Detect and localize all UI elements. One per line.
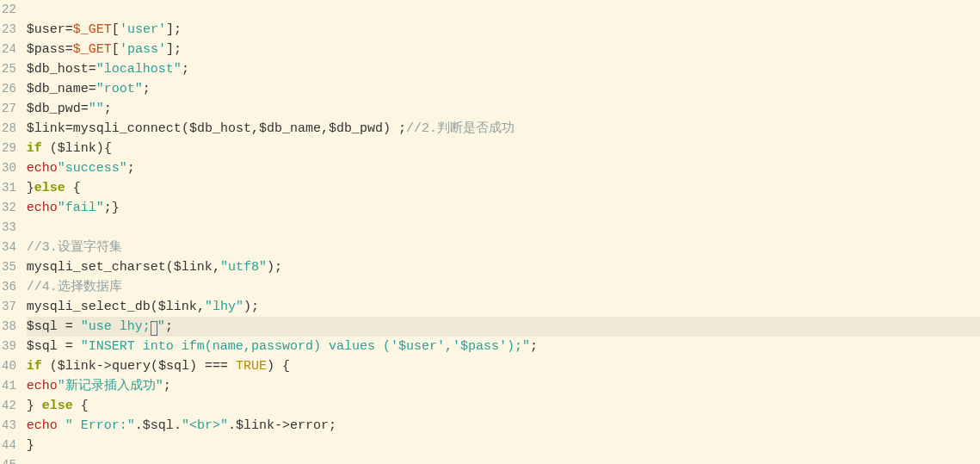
code-token: [ — [112, 22, 120, 37]
code-token: $_GET — [73, 22, 112, 37]
code-line[interactable]: $user=$_GET['user']; — [27, 20, 980, 40]
code-line[interactable]: mysqli_select_db($link,"lhy"); — [27, 297, 980, 317]
code-token: ) — [96, 141, 104, 156]
code-line[interactable]: if ($link){ — [27, 139, 980, 158]
code-token: } — [112, 201, 120, 215]
text-cursor — [151, 321, 157, 336]
line-number: 37 — [2, 297, 16, 317]
code-line[interactable]: $sql = "use lhy;"; — [27, 317, 980, 337]
code-token: //4.选择数据库 — [27, 280, 122, 294]
line-number: 36 — [2, 277, 16, 297]
code-token: ( — [151, 300, 158, 314]
code-token: $db_name — [27, 82, 89, 96]
code-line[interactable] — [27, 218, 980, 238]
code-token: "root" — [96, 82, 143, 96]
code-token: , — [321, 121, 329, 136]
code-token: 'user' — [120, 22, 166, 37]
code-token: = — [81, 102, 89, 116]
code-token: , — [251, 121, 259, 136]
code-token: . — [174, 418, 182, 433]
code-line[interactable]: $link=mysqli_connect($db_host,$db_name,$… — [27, 119, 980, 139]
line-number: 29 — [2, 139, 16, 158]
code-line[interactable]: $db_name="root"; — [27, 79, 980, 99]
code-token: $sql — [27, 339, 65, 354]
code-token: ] — [166, 22, 174, 37]
code-line[interactable]: echo " Error:".$sql."<br>".$link->error; — [27, 416, 980, 436]
line-number: 32 — [2, 198, 16, 218]
code-token: } — [27, 438, 34, 453]
code-line[interactable]: echo"新记录插入成功"; — [27, 376, 980, 396]
code-token: $user — [27, 22, 65, 37]
code-token: = — [65, 22, 73, 37]
code-line[interactable]: echo"success"; — [27, 158, 980, 178]
code-token: echo — [27, 418, 65, 433]
code-line[interactable] — [27, 0, 980, 20]
code-token: $sql — [27, 319, 65, 334]
line-number: 40 — [2, 356, 16, 376]
code-area[interactable]: $user=$_GET['user'];$pass=$_GET['pass'];… — [22, 0, 980, 464]
code-token: ) — [383, 121, 398, 136]
code-line[interactable]: } else { — [27, 396, 980, 416]
line-number-gutter: 2223242526272829303132333435363738394041… — [0, 0, 22, 464]
line-number: 35 — [2, 257, 16, 277]
line-number: 42 — [2, 396, 16, 416]
code-token: ) — [267, 260, 274, 275]
code-token: = — [65, 121, 73, 136]
code-token: "utf8" — [220, 260, 267, 275]
code-line[interactable]: mysqli_set_charset($link,"utf8"); — [27, 257, 980, 277]
code-token: ; — [104, 201, 112, 215]
code-token: "" — [89, 102, 104, 116]
code-line[interactable]: }else { — [27, 178, 980, 198]
code-line[interactable]: //3.设置字符集 — [27, 238, 980, 257]
code-token: = — [65, 339, 81, 354]
code-line[interactable]: $sql = "INSERT into ifm(name,password) v… — [27, 337, 980, 356]
code-editor[interactable]: 2223242526272829303132333435363738394041… — [0, 0, 980, 464]
code-token: else — [34, 181, 73, 195]
code-token: . — [228, 418, 236, 433]
code-token: $pass — [27, 42, 65, 57]
code-token: $sql — [143, 418, 174, 433]
code-line[interactable]: //4.选择数据库 — [27, 277, 980, 297]
line-number: 24 — [2, 40, 16, 59]
code-token: ; — [251, 300, 259, 314]
line-number: 45 — [2, 455, 16, 464]
line-number: 26 — [2, 79, 16, 99]
code-token: ; — [165, 319, 173, 334]
code-token: echo — [27, 201, 58, 215]
code-token: mysqli_connect — [73, 121, 182, 136]
code-token: $link — [174, 260, 213, 275]
code-token: -> — [274, 418, 290, 433]
code-token: "<br>" — [182, 418, 228, 433]
line-number: 27 — [2, 99, 16, 119]
code-token: $db_host — [27, 62, 89, 77]
code-token: ; — [174, 22, 182, 37]
code-token: ( — [182, 121, 189, 136]
code-token: ) — [189, 359, 205, 374]
code-token: ; — [274, 260, 282, 275]
code-line[interactable]: if ($link->query($sql) === TRUE) { — [27, 356, 980, 376]
code-token: -> — [96, 359, 112, 374]
code-token: ) — [267, 359, 282, 374]
code-token: { — [282, 359, 290, 374]
code-line[interactable]: $db_host="localhost"; — [27, 59, 980, 79]
code-token: ( — [151, 359, 158, 374]
code-token: " — [157, 319, 165, 334]
code-line[interactable]: } — [27, 436, 980, 455]
code-token: ; — [530, 339, 538, 354]
code-token: { — [73, 181, 81, 195]
line-number: 33 — [2, 218, 16, 238]
code-token: [ — [112, 42, 120, 57]
code-token: $link — [158, 300, 197, 314]
code-line[interactable]: $db_pwd=""; — [27, 99, 980, 119]
code-token: else — [42, 399, 81, 413]
code-token: $_GET — [73, 42, 112, 57]
code-line[interactable]: $pass=$_GET['pass']; — [27, 40, 980, 59]
code-line[interactable]: echo"fail";} — [27, 198, 980, 218]
code-token: ; — [329, 418, 336, 433]
code-line[interactable] — [27, 455, 980, 464]
line-number: 28 — [2, 119, 16, 139]
code-token: ; — [143, 82, 151, 96]
code-token: = — [65, 319, 81, 334]
code-token: $link — [58, 141, 96, 156]
code-token: ; — [127, 161, 135, 176]
